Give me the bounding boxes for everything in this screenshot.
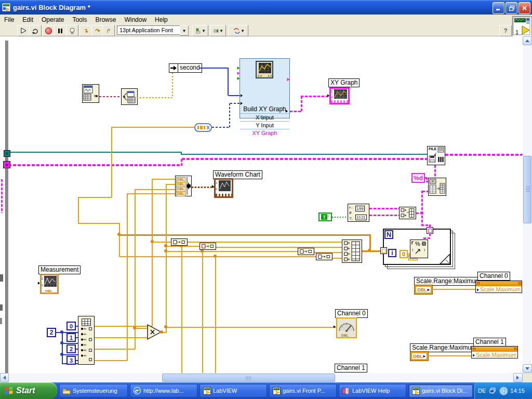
align-objects-button[interactable]: ▾ xyxy=(192,25,208,36)
block-diagram-canvas[interactable]: + second 0.01.0 Build XY Graph X Input Y… xyxy=(0,36,523,373)
vi-icon-badge[interactable]: 1 xyxy=(512,16,532,37)
taskbar-item-browser[interactable]: e http://www.lab... xyxy=(130,384,197,397)
bundle-node[interactable]: DBL DBL DBL DBL xyxy=(175,176,192,196)
menu-file[interactable]: File xyxy=(0,16,18,24)
horizontal-scrollbar[interactable] xyxy=(0,373,523,382)
step-out-button[interactable]: ↱ xyxy=(102,25,115,36)
bundle-icon xyxy=(186,176,191,196)
express-row-y-input[interactable]: Y Input xyxy=(240,121,289,129)
pause-button[interactable] xyxy=(54,25,66,36)
numeric-constant[interactable]: 2 xyxy=(66,344,76,353)
run-button[interactable] xyxy=(17,25,30,36)
build-array-node-small[interactable] xyxy=(316,253,332,260)
scale-max1-terminal[interactable]: DBL▸ xyxy=(410,352,428,361)
build-array-node-2in[interactable] xyxy=(399,207,416,219)
clock[interactable]: 14:15 xyxy=(510,388,525,394)
get-datetime-string-node[interactable]: ⊦:#?, 1/99 10:21 xyxy=(348,204,369,222)
format-string-constant[interactable]: %d xyxy=(411,173,425,183)
pink-tunnel[interactable] xyxy=(3,161,10,168)
channel0-gauge-terminal[interactable]: DBL xyxy=(336,317,357,338)
run-continuous-button[interactable] xyxy=(29,25,42,36)
property-node0-label[interactable]: Channel 0 xyxy=(477,272,510,281)
build-array-node-small[interactable] xyxy=(200,243,216,250)
loop-tunnel-left[interactable] xyxy=(380,247,387,254)
font-selector[interactable]: 13pt Application Font xyxy=(117,25,188,35)
property-scale-maximum[interactable]: Scale.Maximum xyxy=(480,286,521,293)
window-titlebar[interactable]: gairs.vi Block Diagram * xyxy=(0,0,532,15)
menu-browse[interactable]: Browse xyxy=(91,16,120,24)
taskbar-item-block-diagram[interactable]: gairs.vi Block Di... xyxy=(408,384,473,397)
menu-help[interactable]: Help xyxy=(151,16,172,24)
channel1-terminal-label[interactable]: Channel 1 xyxy=(335,364,367,373)
close-button[interactable] xyxy=(518,2,530,14)
build-xy-graph-express-vi[interactable]: 0.01.0 Build XY Graph X Input Y Input XY… xyxy=(240,58,290,118)
clipped-element xyxy=(0,304,3,311)
boolean-true-constant[interactable]: T " xyxy=(318,212,332,221)
minimize-button[interactable] xyxy=(493,2,504,14)
second-write-arrow[interactable] xyxy=(169,63,178,73)
waveform-chart-terminal[interactable]: 20 xyxy=(214,178,233,198)
scroll-right-button[interactable] xyxy=(513,373,523,382)
index-array-node[interactable] xyxy=(78,316,95,365)
measurement-terminal[interactable]: 20 DBL xyxy=(40,274,59,294)
font-selector-dropdown[interactable]: ▼ xyxy=(180,25,189,36)
property-node1-label[interactable]: Channel 1 xyxy=(473,338,506,347)
numeric-constant-zero[interactable]: 0 xyxy=(400,250,408,258)
teal-tunnel[interactable] xyxy=(4,150,10,157)
measurement-graph-icon: 20 xyxy=(42,275,57,288)
express-row-xy-graph[interactable]: XY Graph xyxy=(240,129,289,137)
numeric-constant[interactable]: 1 xyxy=(66,333,76,342)
loop-iteration-terminal[interactable]: i xyxy=(388,249,396,257)
menu-operate[interactable]: Operate xyxy=(37,16,68,24)
conversion-bubble-node[interactable] xyxy=(194,123,212,132)
write-file-node[interactable]: FILE xyxy=(427,146,445,165)
channel0-gauge-label[interactable]: Channel 0 xyxy=(335,309,368,318)
restore-button[interactable] xyxy=(506,2,517,14)
menu-window[interactable]: Window xyxy=(120,16,151,24)
express-expand-chevron[interactable] xyxy=(259,115,267,119)
loop-count-terminal[interactable]: N xyxy=(384,230,393,239)
numeric-constant[interactable]: 3 xyxy=(66,356,76,365)
numeric-constant[interactable]: 0 xyxy=(66,322,76,330)
reorder-button[interactable]: ▾ xyxy=(229,25,248,36)
display-settings-icon[interactable] xyxy=(488,387,497,395)
measurement-label[interactable]: Measurement xyxy=(38,265,81,274)
menu-tools[interactable]: Tools xyxy=(68,16,91,24)
build-array-node[interactable] xyxy=(342,240,362,263)
structure-border[interactable] xyxy=(5,41,8,373)
xy-graph-terminal[interactable]: 20 xyxy=(329,87,350,104)
scale-max0-terminal[interactable]: DBL▸ xyxy=(415,285,432,294)
xy-graph-terminal-label[interactable]: XY Graph xyxy=(328,78,360,87)
build-array-node-small[interactable] xyxy=(298,248,314,255)
taskbar-item-systemsteuerung[interactable]: Systemsteuerung xyxy=(59,384,128,397)
highlight-execution-button[interactable] xyxy=(66,25,78,36)
daq-config-node[interactable]: + xyxy=(82,84,99,103)
build-array-node-small[interactable] xyxy=(171,238,188,246)
distribute-objects-button[interactable]: ▾ xyxy=(210,25,226,36)
scroll-left-button[interactable] xyxy=(0,373,9,382)
horizontal-scroll-thumb[interactable] xyxy=(162,374,335,382)
page-curl[interactable] xyxy=(440,254,450,264)
scroll-down-button[interactable] xyxy=(523,364,532,373)
taskbar-item-front-panel[interactable]: gairs.vi Front P... xyxy=(269,384,337,397)
taskbar-item-help[interactable]: ? LabVIEW Help xyxy=(339,384,406,397)
array-to-spreadsheet-string-node[interactable] xyxy=(428,178,446,196)
index-constant-2[interactable]: 2 xyxy=(47,328,56,337)
start-button[interactable]: Start xyxy=(0,382,57,399)
property-scale-maximum[interactable]: Scale.Maximum xyxy=(476,352,516,358)
property-node0[interactable]: ?!?! Scale.Maximum xyxy=(475,281,522,293)
daq-read-node[interactable] xyxy=(121,88,138,105)
tray-chevron-icon[interactable] xyxy=(499,387,508,395)
taskbar-item-labview[interactable]: LabVIEW xyxy=(200,384,267,397)
menu-edit[interactable]: Edit xyxy=(18,16,37,24)
language-indicator[interactable]: DE xyxy=(478,388,486,394)
format-into-string-node[interactable]: !! % xyxy=(410,240,428,258)
vertical-scroll-thumb[interactable] xyxy=(523,156,531,223)
abort-button[interactable] xyxy=(42,25,55,36)
second-local-variable[interactable]: second xyxy=(178,63,202,73)
step-into-button[interactable]: ↴ xyxy=(79,25,92,36)
help-button[interactable]: ? xyxy=(499,25,512,36)
property-node1[interactable]: ?!?! Scale.Maximum xyxy=(471,346,518,358)
vertical-scrollbar[interactable] xyxy=(523,36,532,373)
scroll-up-button[interactable] xyxy=(523,36,532,45)
